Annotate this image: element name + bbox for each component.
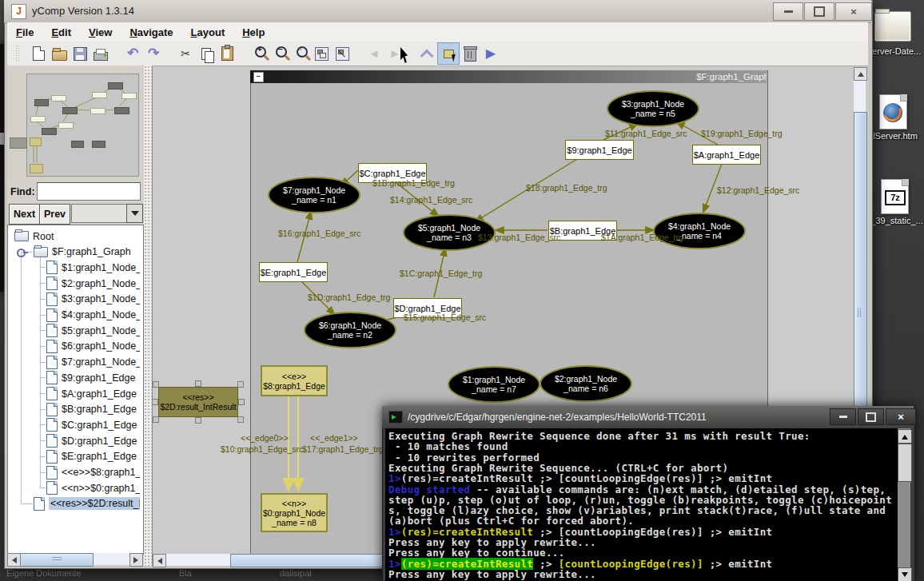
next-button[interactable]: Next <box>9 204 40 225</box>
search-combo[interactable] <box>71 204 128 223</box>
scrollbar-thumb[interactable] <box>20 553 94 567</box>
overview-rect <box>42 128 57 135</box>
selection-handle[interactable] <box>238 399 245 405</box>
toolbar-copy-button[interactable] <box>196 43 217 64</box>
toolbar-fit-window-button[interactable] <box>332 43 352 64</box>
canvas-vscroll-up[interactable] <box>854 67 867 81</box>
toolbar-trash-button[interactable] <box>460 43 480 64</box>
tree-item[interactable]: $5:graph1_Node_n <box>46 323 140 338</box>
file-icon <box>46 466 58 480</box>
console-scrollbar[interactable] <box>898 428 910 581</box>
toolbar-zoom-in-button[interactable]: + <box>249 43 269 64</box>
console-minimize-button[interactable] <box>830 408 856 425</box>
maximize-button[interactable] <box>804 2 834 21</box>
toolbar-zoom-selection-button[interactable]: ▫ <box>290 43 311 64</box>
tree-item[interactable]: $4:graph1_Node_n <box>46 308 140 323</box>
graph-edge-box[interactable]: $9:graph1_Edge <box>565 140 634 160</box>
tree-item-label: $F:graph1_Graph <box>52 246 131 257</box>
find-input[interactable] <box>37 182 141 201</box>
graph-node-label: _name = n1 <box>292 195 337 205</box>
menu-item-navigate[interactable]: Navigate <box>121 26 181 38</box>
canvas-hscroll-left[interactable] <box>153 554 166 567</box>
prev-button[interactable]: Prev <box>39 204 70 225</box>
tree-item[interactable]: $6:graph1_Node_n <box>46 339 140 354</box>
menu-item-help[interactable]: Help <box>233 26 273 38</box>
tree-item[interactable]: $1:graph1_Node_n <box>46 260 140 275</box>
tree-item[interactable]: $2:graph1_Node_n <box>46 276 140 291</box>
tree-item[interactable]: <<e>>$8:graph1_E <box>46 465 140 480</box>
graph-node[interactable]: $2:graph1_Node_name = n6 <box>540 365 632 402</box>
toolbar-paste-button[interactable] <box>217 43 237 64</box>
sidebar-hscroll-left[interactable] <box>7 553 21 567</box>
toolbar-run-button[interactable]: ▶ <box>480 43 501 64</box>
frame-minimize-button[interactable]: − <box>253 72 264 82</box>
graph-edge-box[interactable]: $A:graph1_Edge <box>692 145 761 165</box>
toolbar-cut-button[interactable]: ✂ <box>175 43 196 64</box>
pattern-node-box[interactable]: <<n>>$0:graph1_Node_name = n8 <box>261 493 328 532</box>
selection-handle[interactable] <box>195 380 201 387</box>
graph-node[interactable]: $7:graph1_Node_name = n1 <box>268 177 360 213</box>
toolbar-open-file-button[interactable] <box>49 43 70 64</box>
graph-node[interactable]: $6:graph1_Node_name = n2 <box>304 312 396 348</box>
toolbar-fit-content-button[interactable] <box>311 43 332 64</box>
sidebar-hscroll-right[interactable] <box>129 553 143 567</box>
menu-item-file[interactable]: File <box>7 26 42 38</box>
graph-edge-box[interactable]: $E:graph1_Edge <box>259 262 328 282</box>
pattern-node-box[interactable]: <<e>>$8:graph1_Edge <box>261 365 328 396</box>
close-button[interactable]: × <box>835 2 872 21</box>
graph-node[interactable]: $4:graph1_Node_name = n4 <box>653 213 746 249</box>
toolbar-nav-mode-button[interactable] <box>437 42 460 65</box>
toolbar-zoom-out-button[interactable]: − <box>269 43 290 64</box>
selection-handle[interactable] <box>237 381 244 388</box>
toolbar-print-button[interactable] <box>90 43 111 64</box>
tree-item[interactable]: $C:graph1_Edge <box>46 417 140 432</box>
toolbar-save-button[interactable] <box>70 43 90 64</box>
toolbar-up-button[interactable] <box>416 43 437 64</box>
console-maximize-button[interactable] <box>858 408 884 425</box>
tree-item-label: $D:graph1_Edge <box>62 436 137 447</box>
desktop-icon[interactable]: 7z_39_static_... <box>874 179 919 229</box>
down-arrow-icon <box>902 572 908 580</box>
tree-item[interactable]: <<res>>$2D:result_IntR <box>34 496 140 511</box>
menu-item-view[interactable]: View <box>80 26 121 38</box>
menu-item-edit[interactable]: Edit <box>42 26 80 38</box>
selection-handle[interactable] <box>195 417 201 424</box>
open-file-icon <box>52 50 67 61</box>
splitter-handle[interactable] <box>144 66 152 566</box>
console-scroll-up[interactable] <box>898 429 912 444</box>
tree-item[interactable]: $9:graph1_Edge <box>46 370 140 385</box>
tree-item[interactable]: $F:graph1_Graph <box>34 245 140 260</box>
desktop-icon[interactable]: lServer.htm <box>873 94 918 144</box>
menu-item-layout[interactable]: Layout <box>182 26 234 38</box>
graph-node[interactable]: $1:graph1_Node_name = n7 <box>448 366 540 403</box>
toolbar-back-button[interactable]: ◄ <box>364 43 384 64</box>
tree-item[interactable]: $D:graph1_Edge <box>46 433 140 448</box>
tree-item[interactable]: <<n>>$0:graph1_N <box>46 480 140 495</box>
selection-handle[interactable] <box>153 381 159 388</box>
graph-frame-titlebar[interactable]: − $F:graph1_Graph <box>250 70 767 83</box>
desktop-icon[interactable]: Server-Date... <box>871 10 916 59</box>
tree-item[interactable]: $3:graph1_Node_n <box>46 292 140 307</box>
toolbar-new-file-button[interactable] <box>28 43 49 64</box>
expand-handle-icon[interactable] <box>17 249 26 257</box>
combo-dropdown-arrow[interactable] <box>126 204 143 223</box>
toolbar-redo-button[interactable]: ↷ <box>143 43 164 64</box>
console-scroll-thumb[interactable] <box>898 444 912 482</box>
result-node-label: $2D:result_IntResult <box>160 402 236 412</box>
tree-item[interactable]: $A:graph1_Edge <box>46 386 140 401</box>
graph-node[interactable]: $3:graph1_Node_name = n5 <box>607 90 699 127</box>
overview-result-rect <box>10 137 27 149</box>
selection-handle[interactable] <box>153 416 159 423</box>
tree-item[interactable]: $E:graph1_Edge <box>46 449 140 464</box>
tree-item[interactable]: $B:graph1_Edge <box>46 402 140 417</box>
minimize-button[interactable] <box>773 2 803 21</box>
console-scroll-down[interactable] <box>898 567 912 581</box>
toolbar-undo-button[interactable]: ↶ <box>122 43 143 64</box>
tree-item[interactable]: Root <box>14 229 140 244</box>
selection-handle[interactable] <box>237 416 244 423</box>
console-close-button[interactable]: × <box>886 408 916 425</box>
graph-node-label: _name = n3 <box>427 233 472 242</box>
selection-handle[interactable] <box>152 399 158 405</box>
result-node-box[interactable]: <<res>>$2D:result_IntResult <box>158 387 238 417</box>
tree-item[interactable]: $7:graph1_Node_n <box>46 355 140 370</box>
